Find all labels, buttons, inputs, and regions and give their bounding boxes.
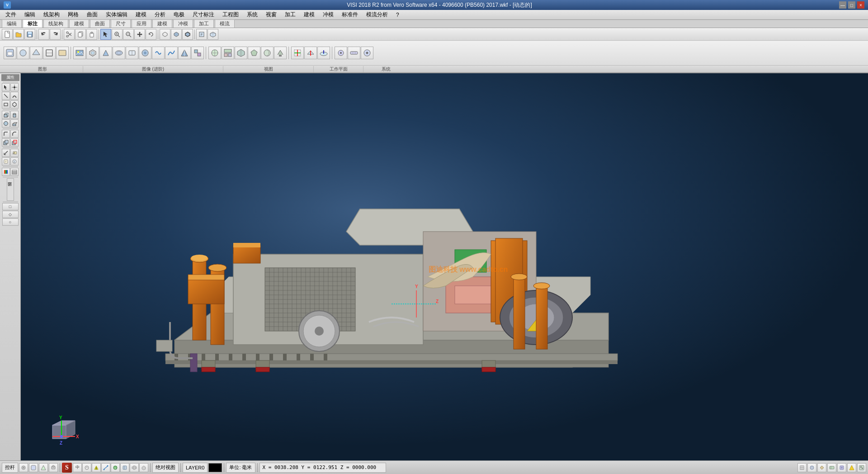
- menu-wireframe[interactable]: 线架构: [40, 10, 63, 19]
- menu-drawing[interactable]: 工程图: [219, 10, 242, 19]
- tb-view3[interactable]: [235, 47, 247, 59]
- sb-mid-btn5[interactable]: ♪: [111, 463, 120, 472]
- tb-view-front[interactable]: F: [196, 29, 207, 40]
- tb-img1[interactable]: [73, 47, 86, 59]
- sb-right-btn5[interactable]: [837, 463, 846, 472]
- menu-stamping[interactable]: 冲模: [319, 10, 337, 19]
- lt-btn-filter3[interactable]: ○: [2, 218, 19, 226]
- tab-modeling2[interactable]: 建模: [152, 19, 172, 28]
- menu-electrode[interactable]: 电极: [170, 10, 188, 19]
- tb-img9[interactable]: [178, 47, 191, 59]
- tb-view4[interactable]: [248, 47, 260, 59]
- lt-btn-select[interactable]: [2, 83, 10, 91]
- sb-right-btn1[interactable]: [797, 463, 807, 472]
- sb-right-btn3[interactable]: [817, 463, 826, 472]
- tab-apply[interactable]: 应用: [132, 19, 151, 28]
- menu-standards[interactable]: 标准件: [338, 10, 362, 19]
- menu-surface[interactable]: 曲面: [83, 10, 101, 19]
- lt-btn-note[interactable]: [2, 157, 10, 166]
- sb-right-btn7[interactable]: [857, 463, 866, 472]
- tb-rotate[interactable]: [146, 29, 156, 40]
- menu-moldflow[interactable]: 模流分析: [363, 10, 392, 19]
- lt-btn-property[interactable]: i: [10, 157, 19, 166]
- lt-btn-point[interactable]: [10, 83, 19, 91]
- viewport[interactable]: Z Y 图迪科技 www.cadto.cn Y: [21, 73, 868, 466]
- tab-size[interactable]: 尺寸: [111, 19, 131, 28]
- tb-img5[interactable]: [126, 47, 138, 59]
- tb-view5[interactable]: [261, 47, 274, 59]
- tb-cut[interactable]: [64, 29, 75, 40]
- lt-btn-color[interactable]: [2, 168, 10, 176]
- menu-edit[interactable]: 编辑: [21, 10, 39, 19]
- tb-img6[interactable]: [139, 47, 151, 59]
- menu-machining[interactable]: 加工: [281, 10, 299, 19]
- lt-btn-filter2[interactable]: ◇: [2, 211, 19, 218]
- tb-shape3[interactable]: [30, 47, 42, 59]
- tb-redo[interactable]: [50, 29, 61, 40]
- menu-view[interactable]: 视窗: [262, 10, 280, 19]
- tab-machining[interactable]: 加工: [194, 19, 214, 28]
- tb-wp1[interactable]: [291, 47, 304, 59]
- tb-shape1[interactable]: [4, 47, 16, 59]
- lt-btn-bool-sub[interactable]: [10, 138, 19, 147]
- tb-pan[interactable]: [134, 29, 145, 40]
- menu-mesh[interactable]: 网格: [64, 10, 82, 19]
- menu-modeling[interactable]: 建模: [132, 10, 150, 19]
- tab-modeling[interactable]: 建模: [69, 19, 89, 28]
- close-button[interactable]: ×: [857, 1, 864, 9]
- lt-btn-label[interactable]: A: [10, 149, 19, 157]
- sb-mid-btn7[interactable]: [130, 463, 139, 472]
- tb-shaded[interactable]: [171, 29, 182, 40]
- lt-btn-cylinder[interactable]: [10, 111, 19, 119]
- tb-sys1[interactable]: [335, 47, 347, 59]
- tb-open[interactable]: [13, 29, 24, 40]
- tb-select[interactable]: [100, 29, 111, 40]
- tb-new[interactable]: [2, 29, 13, 40]
- sb-btn2[interactable]: [29, 463, 38, 472]
- sb-mid-btn8[interactable]: [139, 463, 148, 472]
- tb-paste[interactable]: [86, 29, 97, 40]
- tb-img7[interactable]: [152, 47, 165, 59]
- tb-shaded-wire[interactable]: [182, 29, 193, 40]
- menu-dimension[interactable]: 尺寸标注: [189, 10, 218, 19]
- tb-img8[interactable]: [165, 47, 178, 59]
- lt-btn-filter1[interactable]: □: [2, 203, 19, 210]
- tab-edit[interactable]: 编辑: [2, 19, 22, 28]
- lt-btn-bool-add[interactable]: [2, 138, 10, 147]
- menu-solid-edit[interactable]: 实体编辑: [102, 10, 131, 19]
- lt-btn-poly[interactable]: [10, 100, 19, 109]
- sb-mid-btn6[interactable]: [120, 463, 129, 472]
- tb-view6[interactable]: [274, 47, 287, 59]
- tb-sys3[interactable]: [361, 47, 373, 59]
- tb-sys2[interactable]: [348, 47, 360, 59]
- menu-help[interactable]: ?: [392, 11, 403, 19]
- sb-mid-btn1[interactable]: 中: [73, 463, 82, 472]
- lt-btn-measure[interactable]: [2, 149, 10, 157]
- lt-btn-arc[interactable]: [10, 92, 19, 100]
- sb-btn1[interactable]: [19, 463, 28, 472]
- sb-btn3[interactable]: [39, 463, 48, 472]
- tab-surface[interactable]: 曲面: [90, 19, 110, 28]
- tb-shape2[interactable]: [17, 47, 29, 59]
- tb-view-iso[interactable]: [208, 29, 218, 40]
- lt-btn-sphere[interactable]: [2, 119, 10, 128]
- sb-right-btn2[interactable]: [807, 463, 816, 472]
- tb-view2[interactable]: [222, 47, 234, 59]
- tb-img4[interactable]: [113, 47, 125, 59]
- sb-right-btn4[interactable]: [827, 463, 836, 472]
- tab-wireframe[interactable]: 线架构: [43, 19, 68, 28]
- sb-right-btn6[interactable]: [847, 463, 856, 472]
- minimize-button[interactable]: —: [839, 1, 846, 9]
- menu-analysis[interactable]: 分析: [151, 10, 169, 19]
- tb-save[interactable]: [24, 29, 35, 40]
- sb-mid-btn4[interactable]: [101, 463, 110, 472]
- tb-shape5[interactable]: [56, 47, 69, 59]
- tb-wireframe[interactable]: [160, 29, 170, 40]
- tb-img3[interactable]: [99, 47, 112, 59]
- tb-wp3[interactable]: [317, 47, 330, 59]
- lt-btn-extrude[interactable]: [10, 119, 19, 128]
- maximize-button[interactable]: □: [848, 1, 855, 9]
- tb-view1[interactable]: [208, 47, 221, 59]
- lt-btn-rect[interactable]: [2, 100, 10, 109]
- sb-btn4[interactable]: [49, 463, 58, 472]
